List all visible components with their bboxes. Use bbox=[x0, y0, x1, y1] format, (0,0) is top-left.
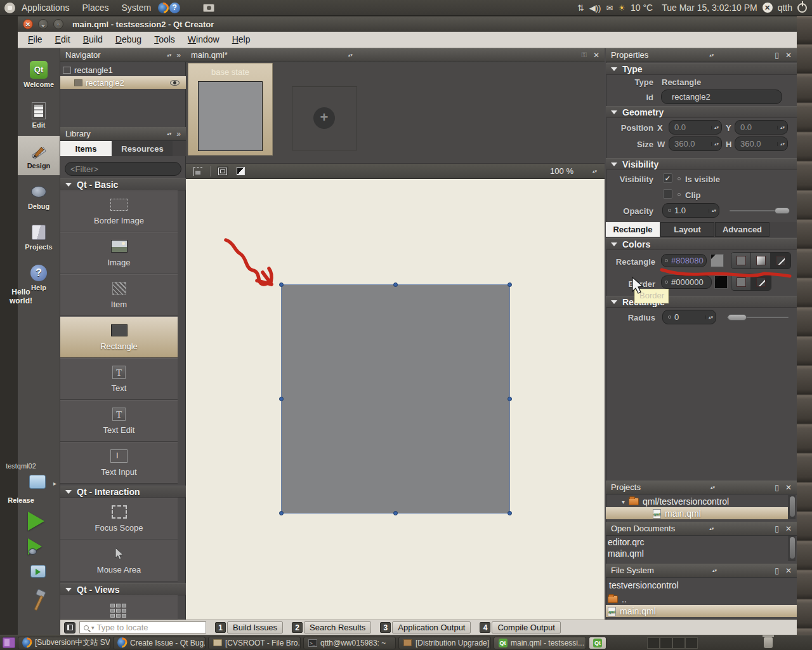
run-button[interactable] bbox=[28, 512, 44, 531]
window-titlebar[interactable]: ✕ ⌄ ▫ main.qml - testsession2 - Qt Creat… bbox=[18, 17, 797, 32]
mode-design[interactable]: Design bbox=[18, 136, 60, 175]
projects-panel-header[interactable]: Projects ▴▾ ▯ ✕ bbox=[606, 481, 797, 494]
binding-indicator-icon[interactable] bbox=[665, 281, 668, 284]
resize-handle-w[interactable] bbox=[279, 397, 284, 401]
distro-logo-icon[interactable] bbox=[4, 2, 15, 13]
contrast-icon[interactable] bbox=[235, 166, 246, 176]
clip-checkbox[interactable] bbox=[663, 189, 672, 199]
projects-scrollbar[interactable] bbox=[789, 495, 796, 519]
menu-file[interactable]: File bbox=[22, 32, 49, 48]
user-status-icon[interactable]: ✕ bbox=[763, 3, 773, 13]
taskbar-item-cvsroot[interactable]: [CVSROOT - File Bro... bbox=[208, 637, 301, 649]
panel-selector-arrows-icon[interactable]: ▴▾ bbox=[712, 569, 717, 572]
open-documents-scrollbar[interactable] bbox=[789, 536, 796, 561]
library-item-focus-scope[interactable]: Focus Scope bbox=[60, 498, 178, 540]
section-qt-interaction[interactable]: Qt - Interaction bbox=[60, 486, 186, 498]
w-spinbox[interactable]: 360.0 ▴▾ bbox=[669, 136, 722, 151]
panel-selector-arrows-icon[interactable]: ▴▾ bbox=[709, 53, 714, 56]
menu-edit[interactable]: Edit bbox=[49, 32, 77, 48]
library-item-text-edit[interactable]: T Text Edit bbox=[60, 400, 178, 442]
library-item-grid-view-partial[interactable] bbox=[60, 595, 178, 620]
resize-handle-se[interactable] bbox=[508, 511, 512, 515]
target-selector[interactable] bbox=[29, 475, 46, 489]
panel-overflow-icon[interactable]: » bbox=[176, 51, 181, 60]
screenshot-icon[interactable] bbox=[203, 2, 214, 13]
menu-help[interactable]: Help bbox=[226, 32, 257, 48]
close-panel-icon[interactable]: ✕ bbox=[785, 566, 792, 575]
float-panel-icon[interactable]: ▯ bbox=[775, 483, 779, 492]
binding-indicator-icon[interactable] bbox=[668, 315, 671, 319]
library-item-text[interactable]: T Text bbox=[60, 358, 178, 400]
properties-panel-header[interactable]: Properties ▴▾ ▯ ✕ bbox=[606, 48, 797, 62]
spin-arrows-icon[interactable]: ▴▾ bbox=[711, 142, 721, 146]
binding-indicator-icon[interactable] bbox=[665, 259, 668, 262]
tab-layout[interactable]: Layout bbox=[660, 222, 714, 237]
float-panel-icon[interactable]: ▯ bbox=[775, 524, 779, 533]
y-spinbox[interactable]: 0.0 ▴▾ bbox=[735, 120, 788, 135]
solid-color-button[interactable] bbox=[731, 274, 751, 290]
tab-resources[interactable]: Resources bbox=[112, 141, 173, 156]
menu-tools[interactable]: Tools bbox=[148, 32, 181, 48]
section-colors[interactable]: Colors bbox=[606, 238, 797, 250]
mode-debug[interactable]: Debug bbox=[18, 176, 60, 216]
compile-output-button[interactable]: Compile Output bbox=[492, 621, 560, 633]
rectangle-color-input[interactable]: #808080 bbox=[661, 254, 707, 267]
section-geometry[interactable]: Geometry bbox=[606, 106, 797, 118]
gradient-button[interactable] bbox=[751, 253, 771, 269]
close-panel-icon[interactable]: ✕ bbox=[785, 524, 792, 533]
taskbar-item-create-issue[interactable]: Create Issue - Qt Bug... bbox=[113, 637, 206, 649]
search-results-button[interactable]: Search Results bbox=[304, 621, 371, 633]
tab-advanced[interactable]: Advanced bbox=[715, 222, 769, 237]
library-item-mouse-area[interactable]: Mouse Area bbox=[60, 540, 178, 581]
opacity-spinbox[interactable]: 1.0 ▴▾ bbox=[662, 203, 719, 218]
file-system-root-selector[interactable]: testversioncontrol bbox=[609, 580, 787, 591]
volume-icon[interactable]: ◀)) bbox=[589, 3, 601, 13]
rectangle-color-swatch[interactable] bbox=[710, 254, 724, 267]
panel-selector-arrows-icon[interactable]: ▴▾ bbox=[709, 527, 714, 530]
radius-spinbox[interactable]: 0 ▴▾ bbox=[662, 310, 716, 324]
library-panel-header[interactable]: Library ▴▾ » bbox=[60, 127, 186, 141]
navigator-item-rectangle2[interactable]: rectangle2 bbox=[60, 76, 186, 89]
taskbar-item-terminal[interactable]: >_ qtth@ww015983: ~ bbox=[303, 637, 396, 649]
file-system-file-row[interactable]: qml main.qml bbox=[606, 605, 797, 617]
locator-input[interactable]: ▾ Type to locate bbox=[79, 621, 206, 633]
build-button[interactable] bbox=[29, 589, 47, 614]
zoom-spinner-icon[interactable]: ▴▾ bbox=[593, 169, 597, 173]
menu-build[interactable]: Build bbox=[77, 32, 109, 48]
mode-welcome[interactable]: Qt Welcome bbox=[18, 55, 60, 94]
document-header[interactable]: main.qml* ▴▾ ⚿ ✕ bbox=[186, 48, 605, 62]
expand-arrow-icon[interactable]: ▾ bbox=[622, 498, 625, 505]
window-minimize-button[interactable]: ⌄ bbox=[38, 19, 48, 29]
add-state-button[interactable]: + bbox=[313, 107, 335, 129]
taskbar-item-qt-creator[interactable]: Qt main.qml - testsessi... bbox=[494, 637, 586, 649]
library-item-border-image[interactable]: Border Image bbox=[60, 190, 178, 232]
library-item-rectangle[interactable]: Rectangle bbox=[60, 316, 178, 358]
float-panel-icon[interactable]: ▯ bbox=[775, 566, 779, 575]
file-system-panel-header[interactable]: File System ▴▾ ▯ ✕ bbox=[606, 564, 797, 578]
binding-indicator-icon[interactable] bbox=[678, 177, 681, 180]
tab-items[interactable]: Items bbox=[60, 141, 112, 156]
library-item-image[interactable]: Image bbox=[60, 232, 178, 274]
binding-indicator-icon[interactable] bbox=[678, 193, 681, 196]
resize-handle-sw[interactable] bbox=[279, 511, 284, 515]
taskbar-item-distribution-upgrade[interactable]: [Distribution Upgrade] bbox=[398, 637, 491, 649]
solid-color-button[interactable] bbox=[731, 253, 751, 269]
library-filter-input[interactable]: <Filter> bbox=[65, 162, 181, 176]
power-icon[interactable] bbox=[797, 3, 807, 13]
menu-window[interactable]: Window bbox=[181, 32, 226, 48]
is-visible-checkbox[interactable]: ✓ bbox=[663, 173, 672, 183]
lock-icon[interactable]: ⚿ bbox=[582, 51, 587, 59]
close-panel-icon[interactable]: ✕ bbox=[785, 483, 792, 492]
toggle-sidebar-button[interactable] bbox=[64, 622, 75, 633]
file-system-up-row[interactable]: .. bbox=[608, 594, 785, 605]
resize-handle-s[interactable] bbox=[393, 511, 398, 515]
opacity-slider-handle[interactable] bbox=[775, 208, 790, 214]
taskbar-item-qt-mini[interactable]: Qt bbox=[589, 637, 606, 649]
section-visibility[interactable]: Visibility bbox=[606, 158, 797, 170]
trash-icon[interactable] bbox=[764, 637, 773, 648]
debug-run-button[interactable] bbox=[28, 538, 42, 555]
workspace-switcher[interactable] bbox=[647, 637, 698, 649]
resize-handle-ne[interactable] bbox=[508, 282, 512, 287]
spin-arrows-icon[interactable]: ▴▾ bbox=[709, 209, 719, 213]
menu-applications[interactable]: Applications bbox=[15, 0, 76, 16]
